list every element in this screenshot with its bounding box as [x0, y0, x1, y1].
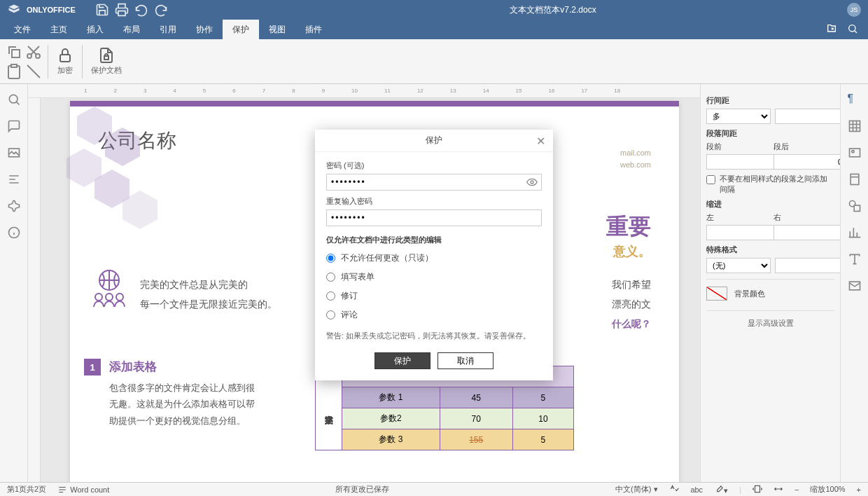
show-password-icon[interactable] [526, 177, 538, 190]
edit-restriction-option-3[interactable]: 评论 [326, 309, 542, 321]
protect-confirm-button[interactable]: 保护 [374, 352, 430, 369]
protect-dialog: 保护 ✕ 密码 (可选) 重复输入密码 仅允许在文档中进行此类型的编辑 不允许任… [315, 130, 553, 380]
cancel-button[interactable]: 取消 [438, 352, 493, 369]
dialog-close-button[interactable]: ✕ [533, 134, 547, 148]
dialog-overlay: 保护 ✕ 密码 (可选) 重复输入密码 仅允许在文档中进行此类型的编辑 不允许任… [0, 0, 868, 496]
password-input[interactable] [326, 174, 542, 191]
edit-restriction-option-1[interactable]: 填写表单 [326, 271, 542, 283]
editing-restrictions-label: 仅允许在文档中进行此类型的编辑 [326, 235, 542, 245]
confirm-password-label: 重复输入密码 [326, 196, 542, 207]
confirm-password-input[interactable] [326, 209, 542, 226]
edit-restriction-option-0[interactable]: 不允许任何更改（只读） [326, 252, 542, 264]
password-label: 密码 (可选) [326, 160, 542, 171]
password-warning: 警告: 如果丢失或忘记密码，则无法将其恢复。请妥善保存。 [326, 331, 542, 341]
edit-restriction-option-2[interactable]: 修订 [326, 290, 542, 302]
svg-point-22 [531, 181, 533, 184]
dialog-title: 保护 [426, 135, 442, 146]
